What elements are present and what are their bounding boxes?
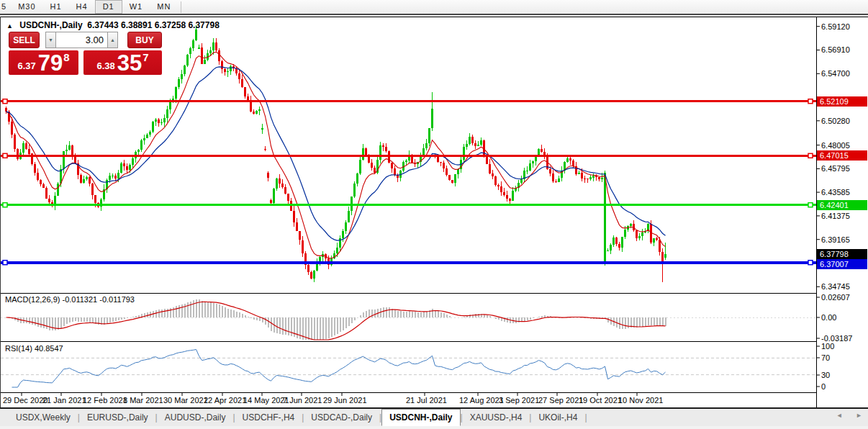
current-price-tag: 6.37798 bbox=[817, 249, 867, 259]
sell-price-big: 79 bbox=[38, 53, 63, 73]
toolbar-separator bbox=[181, 1, 181, 13]
date-axis-label: 29 Dec 2020 bbox=[3, 396, 48, 405]
sell-price-sup: 8 bbox=[63, 51, 69, 63]
price-axis-label: 6.54700 bbox=[821, 69, 867, 78]
sell-button[interactable]: SELL bbox=[9, 32, 40, 48]
ohlc-values: 6.37443 6.38891 6.37258 6.37798 bbox=[87, 20, 220, 30]
rsi-axis-label: 30 bbox=[821, 371, 867, 379]
price-tag: 6.42401 bbox=[817, 200, 867, 210]
date-axis-label: 12 Aug 2021 bbox=[459, 396, 504, 405]
chart-tab-usdcad[interactable]: USDCAD-,Daily bbox=[304, 410, 379, 425]
date-axis-label: 21 Jan 2021 bbox=[42, 396, 86, 405]
status-strip bbox=[0, 426, 868, 429]
one-click-trade-panel: SELL ▼ ▲ BUY 6.37 79 8 6.38 35 7 bbox=[9, 32, 162, 75]
chart-tab-xauusd[interactable]: XAUUSD-,H4 bbox=[463, 410, 530, 425]
rsi-label: RSI(14) 40.8547 bbox=[5, 344, 63, 353]
date-axis-label: 27 Sep 2021 bbox=[538, 396, 583, 405]
tab-scroll-right-icon[interactable]: ► bbox=[856, 412, 862, 419]
price-axis-label: 6.45795 bbox=[821, 164, 867, 173]
symbol-name: USDCNH-,Daily bbox=[19, 20, 82, 30]
buy-price-button[interactable]: 6.38 35 7 bbox=[83, 50, 162, 75]
volume-decrease-icon[interactable]: ▼ bbox=[45, 32, 56, 48]
chart-canvas[interactable] bbox=[1, 17, 868, 410]
buy-price-small: 6.38 bbox=[96, 60, 114, 71]
timeframe-toolbar: 5M30H1H4D1W1MN bbox=[0, 0, 868, 15]
price-axis-label: 6.56910 bbox=[821, 45, 867, 54]
chart-tab-audusd[interactable]: AUDUSD-,Daily bbox=[158, 410, 233, 425]
chart-tab-usdcnh[interactable]: USDCNH-,Daily bbox=[381, 409, 460, 426]
volume-input[interactable] bbox=[56, 32, 107, 48]
rsi-axis-label: 100 bbox=[821, 342, 867, 351]
timeframe-button-5[interactable]: 5 bbox=[0, 0, 11, 14]
date-axis-label: 29 Jun 2021 bbox=[323, 396, 367, 405]
date-axis-label: 22 Apr 2021 bbox=[204, 396, 246, 405]
price-axis-label: 6.34745 bbox=[821, 282, 867, 291]
rsi-axis-label: 70 bbox=[821, 353, 867, 362]
tab-scroll-arrows: ◄ ► bbox=[825, 412, 862, 419]
chart-window[interactable]: ▲ USDCNH-,Daily 6.37443 6.38891 6.37258 … bbox=[0, 17, 868, 407]
macd-axis-label: 0.00 bbox=[821, 313, 867, 322]
price-axis-label: 6.43585 bbox=[821, 188, 867, 197]
timeframe-button-h1[interactable]: H1 bbox=[43, 0, 69, 14]
collapse-panel-icon[interactable]: ▲ bbox=[6, 22, 13, 30]
chart-tab-ukoil[interactable]: UKOil-,H4 bbox=[531, 410, 584, 425]
price-axis-label: 6.48005 bbox=[821, 141, 867, 150]
chart-tab-usdchf[interactable]: USDCHF-,H4 bbox=[235, 410, 302, 425]
buy-button[interactable]: BUY bbox=[127, 32, 162, 48]
buy-price-big: 35 bbox=[117, 53, 142, 73]
timeframe-button-w1[interactable]: W1 bbox=[122, 0, 150, 14]
timeframe-button-d1[interactable]: D1 bbox=[95, 0, 122, 14]
buy-price-sup: 7 bbox=[143, 51, 148, 63]
volume-increase-icon[interactable]: ▲ bbox=[107, 32, 118, 48]
tab-separator: | bbox=[584, 412, 587, 423]
date-axis-label: 21 Jul 2021 bbox=[406, 396, 447, 405]
price-axis-label: 6.41375 bbox=[821, 212, 867, 220]
date-axis-label: 19 Oct 2021 bbox=[579, 396, 622, 405]
price-axis-label: 6.50280 bbox=[821, 117, 867, 125]
date-axis-label: 10 Nov 2021 bbox=[618, 396, 663, 405]
price-axis-label: 6.39165 bbox=[821, 235, 867, 244]
timeframe-button-mn[interactable]: MN bbox=[150, 0, 178, 14]
timeframe-button-m30[interactable]: M30 bbox=[11, 0, 42, 14]
tab-scroll-left-icon[interactable]: ◄ bbox=[836, 412, 843, 419]
chart-title: ▲ USDCNH-,Daily 6.37443 6.38891 6.37258 … bbox=[6, 20, 220, 30]
price-tag: 6.37007 bbox=[817, 259, 867, 269]
date-axis-label: 12 Feb 2021 bbox=[83, 396, 127, 405]
price-tag: 6.52109 bbox=[817, 96, 867, 107]
timeframe-button-h4[interactable]: H4 bbox=[69, 0, 95, 14]
price-axis-label: 6.59120 bbox=[821, 22, 867, 31]
rsi-axis-label: 0 bbox=[821, 382, 867, 391]
date-axis-label: 7 Jun 2021 bbox=[283, 396, 322, 405]
date-axis-label: 3 Sep 2021 bbox=[499, 396, 539, 405]
chart-tab-usdx[interactable]: USDX,Weekly bbox=[9, 410, 78, 425]
sell-price-button[interactable]: 6.37 79 8 bbox=[9, 50, 78, 75]
macd-axis-label: 0.02607 bbox=[821, 293, 867, 302]
date-axis-label: 8 Mar 2021 bbox=[123, 396, 163, 405]
chart-tab-eurusd[interactable]: EURUSD-,Daily bbox=[80, 410, 155, 425]
sell-price-small: 6.37 bbox=[17, 60, 35, 71]
symbol-tab-bar: USDX,Weekly|EURUSD-,Daily|AUDUSD-,Daily|… bbox=[0, 407, 868, 426]
date-axis-label: 30 Mar 2021 bbox=[163, 396, 208, 405]
price-tag: 6.47015 bbox=[817, 150, 867, 161]
macd-label: MACD(12,26,9) -0.011321 -0.011793 bbox=[5, 295, 135, 304]
